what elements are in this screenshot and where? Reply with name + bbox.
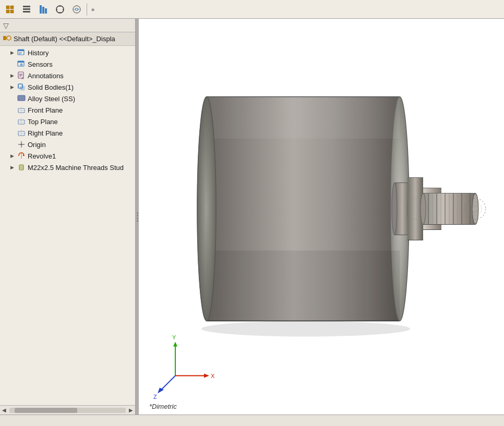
tree-item-solid-bodies[interactable]: ▶ Solid Bodies(1) <box>0 81 135 93</box>
alloy-steel-icon <box>17 94 26 103</box>
scroll-left[interactable]: ◀ <box>0 406 8 415</box>
tree-area: ▶ History <box>0 46 135 405</box>
tree-item-thread-stud[interactable]: ▶ M22x2.5 Machine Threads Stud <box>0 162 135 173</box>
svg-rect-65 <box>207 97 400 139</box>
top-plane-icon <box>17 117 26 126</box>
svg-rect-66 <box>207 251 400 321</box>
svg-text:X: X <box>211 373 215 379</box>
toolbar-separator <box>87 3 87 16</box>
svg-point-72 <box>392 183 397 235</box>
tree-item-right-plane[interactable]: Right Plane <box>0 127 135 139</box>
svg-rect-6 <box>23 11 30 13</box>
svg-point-101 <box>201 321 410 337</box>
root-icon <box>2 33 11 45</box>
toolbar: » <box>0 0 504 19</box>
expand-arrow-thread: ▶ <box>10 165 17 170</box>
expand-arrow-history: ▶ <box>10 50 17 55</box>
front-plane-icon <box>17 105 26 115</box>
svg-text:A: A <box>21 77 24 80</box>
sensors-label: Sensors <box>28 60 53 68</box>
tree-item-annotations[interactable]: ▶ A Annotations <box>0 70 135 81</box>
top-plane-label: Top Plane <box>28 118 58 126</box>
tree-item-origin[interactable]: Origin <box>0 139 135 150</box>
origin-icon <box>17 140 26 149</box>
resize-dots <box>137 212 138 222</box>
scroll-right[interactable]: ▶ <box>127 406 135 415</box>
svg-point-100 <box>197 97 216 321</box>
svg-rect-7 <box>40 5 42 14</box>
toolbar-more[interactable]: » <box>89 6 97 13</box>
annotations-label: Annotations <box>28 72 64 80</box>
right-plane-icon <box>17 128 26 138</box>
svg-rect-25 <box>18 61 24 63</box>
filter-bar: ▽ <box>0 19 135 32</box>
svg-point-99 <box>421 193 426 225</box>
tree-root[interactable]: Shaft (Default) <<Default>_Displa <box>0 32 135 46</box>
sensors-icon <box>17 59 26 69</box>
root-label: Shaft (Default) <<Default>_Displa <box>14 35 115 43</box>
svg-point-51 <box>21 144 22 145</box>
filter-icon[interactable]: ▽ <box>3 21 9 30</box>
shaft-render: Y X Z <box>139 19 504 415</box>
svg-text:Y: Y <box>172 334 176 340</box>
tree-item-top-plane[interactable]: Top Plane <box>0 116 135 127</box>
solid-bodies-label: Solid Bodies(1) <box>28 83 74 91</box>
panel-scrollbar: ◀ ▶ <box>0 405 135 415</box>
viewport-canvas: Y X Z *Dimetric <box>139 19 504 415</box>
svg-rect-5 <box>23 8 30 10</box>
status-bar <box>0 415 504 426</box>
alloy-steel-label: Alloy Steel (SS) <box>28 95 75 103</box>
right-plane-label: Right Plane <box>28 129 63 137</box>
solid-bodies-icon <box>17 82 26 92</box>
svg-rect-0 <box>6 6 9 9</box>
tree-item-front-plane[interactable]: Front Plane <box>0 104 135 116</box>
tree-item-revolve1[interactable]: ▶ Revolve1 <box>0 150 135 162</box>
svg-rect-2 <box>6 10 9 13</box>
svg-rect-4 <box>23 6 30 7</box>
view-label: *Dimetric <box>149 403 177 410</box>
svg-rect-9 <box>45 8 47 14</box>
history-label: History <box>28 49 49 57</box>
viewport[interactable]: Y X Z *Dimetric <box>139 19 504 415</box>
origin-label: Origin <box>28 141 46 149</box>
left-panel: ▽ Shaft (Default) <<Default>_Displa ▶ <box>0 19 136 415</box>
svg-rect-54 <box>19 165 23 170</box>
main-area: ▽ Shaft (Default) <<Default>_Displa ▶ <box>0 19 504 415</box>
svg-point-16 <box>76 8 78 10</box>
svg-rect-36 <box>18 95 25 101</box>
scrollbar-thumb[interactable] <box>15 408 77 413</box>
feature-manager-btn[interactable] <box>2 2 18 17</box>
svg-rect-17 <box>3 36 6 40</box>
svg-point-27 <box>21 64 22 65</box>
svg-text:Z: Z <box>153 394 157 400</box>
scrollbar-track[interactable] <box>9 408 126 413</box>
svg-point-10 <box>56 6 64 13</box>
tree-item-sensors[interactable]: Sensors <box>0 58 135 70</box>
svg-rect-21 <box>18 50 24 51</box>
expand-arrow-solid: ▶ <box>10 84 17 90</box>
annotations-icon: A <box>17 71 26 80</box>
thread-stud-label: M22x2.5 Machine Threads Stud <box>28 164 124 172</box>
tree-item-history[interactable]: ▶ History <box>0 47 135 58</box>
property-manager-btn[interactable] <box>19 2 34 17</box>
revolve1-icon <box>17 151 26 161</box>
svg-rect-8 <box>42 7 44 14</box>
thread-icon <box>17 163 26 172</box>
svg-point-18 <box>7 36 11 40</box>
front-plane-label: Front Plane <box>28 106 63 114</box>
svg-rect-1 <box>10 6 14 9</box>
display-manager-btn[interactable] <box>69 2 85 17</box>
config-manager-btn[interactable] <box>35 2 51 17</box>
expand-arrow-annotations: ▶ <box>10 73 17 78</box>
dimension-expert-btn[interactable] <box>52 2 68 17</box>
tree-item-alloy-steel[interactable]: Alloy Steel (SS) <box>0 93 135 104</box>
expand-arrow-revolve1: ▶ <box>10 153 17 159</box>
svg-rect-3 <box>10 10 14 13</box>
history-icon <box>17 48 26 57</box>
revolve1-label: Revolve1 <box>28 152 56 160</box>
